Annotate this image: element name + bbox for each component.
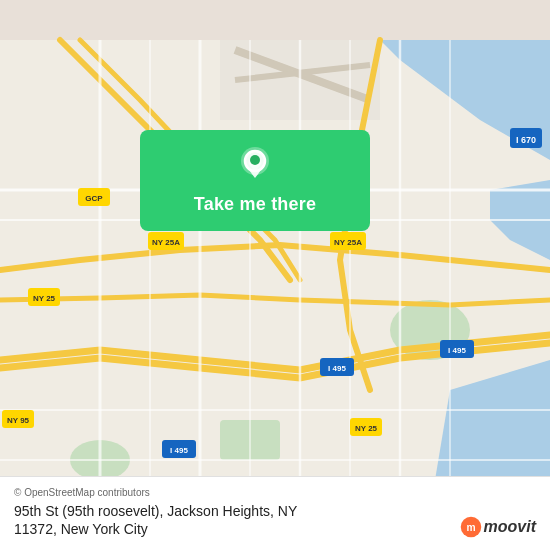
map-container: I 670 NY 25A NY 25A NY 25 I 495 I 495 NY… bbox=[0, 0, 550, 550]
svg-text:NY 25A: NY 25A bbox=[334, 238, 362, 247]
address-line2: 11372, New York City bbox=[14, 521, 148, 537]
svg-text:I 670: I 670 bbox=[516, 135, 536, 145]
svg-point-46 bbox=[250, 155, 260, 165]
svg-text:I 495: I 495 bbox=[448, 346, 466, 355]
address-text: 95th St (95th roosevelt), Jackson Height… bbox=[14, 502, 536, 538]
svg-text:GCP: GCP bbox=[85, 194, 103, 203]
svg-text:I 495: I 495 bbox=[328, 364, 346, 373]
svg-text:NY 25: NY 25 bbox=[33, 294, 56, 303]
location-pin-icon bbox=[233, 142, 277, 186]
moovit-text: moovit bbox=[484, 518, 536, 536]
take-me-there-label: Take me there bbox=[194, 194, 316, 215]
moovit-logo: m moovit bbox=[460, 516, 536, 538]
svg-text:I 495: I 495 bbox=[170, 446, 188, 455]
copyright-text: © OpenStreetMap contributors bbox=[14, 487, 536, 498]
bottom-bar: © OpenStreetMap contributors 95th St (95… bbox=[0, 476, 550, 550]
svg-text:NY 95: NY 95 bbox=[7, 416, 30, 425]
svg-text:m: m bbox=[466, 522, 475, 533]
svg-text:NY 25: NY 25 bbox=[355, 424, 378, 433]
map-background: I 670 NY 25A NY 25A NY 25 I 495 I 495 NY… bbox=[0, 0, 550, 550]
take-me-there-button[interactable]: Take me there bbox=[140, 130, 370, 231]
address-line1: 95th St (95th roosevelt), Jackson Height… bbox=[14, 503, 297, 519]
moovit-icon: m bbox=[460, 516, 482, 538]
svg-text:NY 25A: NY 25A bbox=[152, 238, 180, 247]
